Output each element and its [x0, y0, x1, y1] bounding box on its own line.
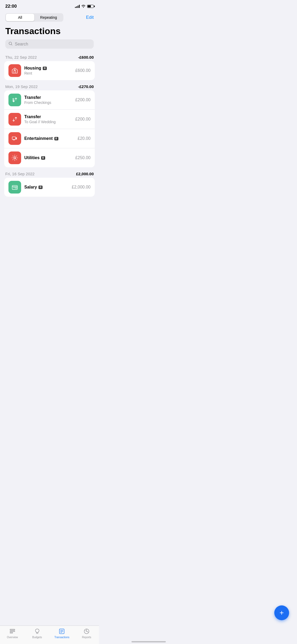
- table-row[interactable]: Utilities R £250.00: [4, 148, 95, 167]
- transaction-name-entertainment: Entertainment R: [24, 136, 74, 141]
- status-time: 22:00: [5, 4, 17, 9]
- transaction-name-housing: Housing R: [24, 66, 72, 71]
- date-label-0: Thu, 22 Sep 2022: [5, 55, 37, 59]
- transaction-info-transfer1: Transfer From Checkings: [24, 95, 72, 105]
- status-bar: 22:00: [0, 0, 99, 11]
- recurring-badge: R: [39, 186, 43, 189]
- transaction-sub-transfer2: To Goal // Wedding: [24, 120, 72, 124]
- date-group-1: Mon, 19 Sep 2022 -£270.00 $ Transfer Fr: [0, 82, 99, 167]
- recurring-badge: R: [41, 156, 45, 160]
- table-row[interactable]: Housing R Rent £600.00: [4, 61, 95, 80]
- page-title: Transactions: [0, 24, 99, 39]
- status-icons: [75, 4, 94, 8]
- battery-icon: [87, 5, 94, 8]
- transaction-info-entertainment: Entertainment R: [24, 136, 74, 141]
- segment-repeating[interactable]: Repeating: [34, 14, 63, 21]
- date-total-1: -£270.00: [78, 84, 94, 89]
- wifi-icon: [81, 4, 86, 8]
- transaction-card-1: $ Transfer From Checkings £200.00: [4, 90, 95, 167]
- transaction-name-transfer2: Transfer: [24, 114, 72, 119]
- date-label-2: Fri, 16 Sep 2022: [5, 172, 35, 176]
- entertainment-icon: [8, 132, 21, 145]
- transaction-sub-housing: Rent: [24, 71, 72, 75]
- svg-rect-4: [12, 137, 16, 140]
- utilities-icon: [8, 151, 21, 164]
- date-group-0: Thu, 22 Sep 2022 -£600.00 Housing R: [0, 53, 99, 80]
- salary-icon: [8, 181, 21, 194]
- transaction-sub-transfer1: From Checkings: [24, 100, 72, 105]
- table-row[interactable]: Transfer To Goal // Wedding £200.00: [4, 110, 95, 129]
- recurring-badge: R: [43, 67, 47, 70]
- edit-button[interactable]: Edit: [86, 15, 94, 20]
- transaction-name-transfer1: Transfer: [24, 95, 72, 100]
- segment-control[interactable]: All Repeating: [5, 13, 63, 22]
- transaction-card-0: Housing R Rent £600.00: [4, 61, 95, 80]
- transaction-amount-transfer1: £200.00: [75, 98, 91, 102]
- date-total-0: -£600.00: [78, 55, 94, 59]
- date-total-2: £2,000.00: [76, 172, 94, 176]
- search-bar[interactable]: Search: [5, 39, 94, 49]
- date-header-2: Fri, 16 Sep 2022 £2,000.00: [0, 169, 99, 178]
- transaction-info-transfer2: Transfer To Goal // Wedding: [24, 114, 72, 124]
- transaction-amount-housing: £600.00: [75, 68, 91, 73]
- segment-all[interactable]: All: [6, 14, 34, 21]
- table-row[interactable]: Entertainment R £20.00: [4, 129, 95, 148]
- date-label-1: Mon, 19 Sep 2022: [5, 84, 38, 89]
- transaction-info-salary: Salary R: [24, 185, 69, 190]
- transaction-name-salary: Salary R: [24, 185, 69, 190]
- transaction-amount-salary: £2,000.00: [72, 185, 91, 190]
- transaction-amount-entertainment: £20.00: [78, 136, 91, 141]
- svg-line-1: [11, 44, 12, 45]
- transfer-green-icon: $: [8, 94, 21, 106]
- table-row[interactable]: Salary R £2,000.00: [4, 178, 95, 197]
- svg-point-2: [14, 69, 15, 70]
- signal-icon: [75, 5, 80, 8]
- transaction-amount-utilities: £250.00: [75, 155, 91, 160]
- transaction-card-2: Salary R £2,000.00: [4, 178, 95, 197]
- svg-rect-7: [15, 187, 17, 188]
- search-placeholder: Search: [15, 42, 28, 47]
- table-row[interactable]: $ Transfer From Checkings £200.00: [4, 90, 95, 110]
- housing-icon: [8, 64, 21, 77]
- transactions-content: Thu, 22 Sep 2022 -£600.00 Housing R: [0, 53, 99, 220]
- search-icon: [8, 42, 13, 47]
- transfer-red-icon: [8, 113, 21, 126]
- date-group-2: Fri, 16 Sep 2022 £2,000.00 Salary R: [0, 169, 99, 197]
- transaction-info-housing: Housing R Rent: [24, 66, 72, 75]
- transaction-info-utilities: Utilities R: [24, 155, 72, 160]
- transaction-amount-transfer2: £200.00: [75, 117, 91, 122]
- segment-bar: All Repeating Edit: [0, 11, 99, 24]
- transaction-name-utilities: Utilities R: [24, 155, 72, 160]
- date-header-1: Mon, 19 Sep 2022 -£270.00: [0, 82, 99, 90]
- recurring-badge: R: [54, 137, 58, 140]
- date-header-0: Thu, 22 Sep 2022 -£600.00: [0, 53, 99, 61]
